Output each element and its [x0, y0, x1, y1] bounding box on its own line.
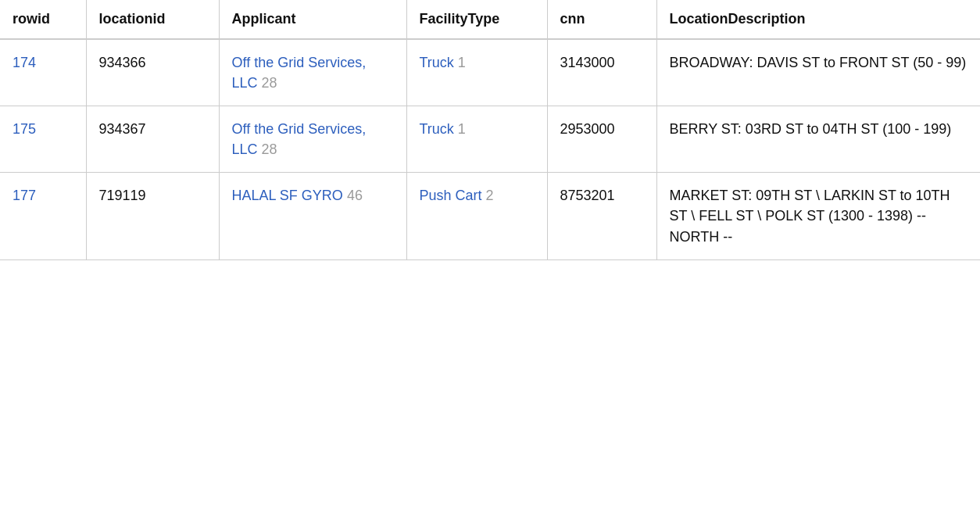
facilitytype-name[interactable]: Truck 1 — [420, 121, 466, 137]
cell-cnn: 2953000 — [547, 106, 656, 173]
facilitytype-name[interactable]: Push Cart 2 — [420, 188, 494, 203]
applicant-count: 28 — [262, 75, 277, 91]
col-header-applicant: Applicant — [219, 0, 406, 39]
cell-cnn: 3143000 — [547, 39, 656, 106]
rowid-value[interactable]: 175 — [13, 121, 36, 137]
cell-locationdescription: MARKET ST: 09TH ST \ LARKIN ST to 10TH S… — [656, 173, 980, 260]
rowid-value[interactable]: 177 — [13, 188, 36, 203]
applicant-count: 46 — [347, 188, 363, 203]
cell-locationid: 719119 — [86, 173, 219, 260]
applicant-name[interactable]: Off the Grid Services, LLC 28 — [232, 55, 367, 91]
cell-cnn: 8753201 — [547, 173, 656, 260]
applicant-name[interactable]: Off the Grid Services, LLC 28 — [232, 121, 367, 157]
table-row: 174934366Off the Grid Services, LLC 28Tr… — [0, 39, 980, 106]
table-row: 177719119HALAL SF GYRO 46Push Cart 28753… — [0, 173, 980, 260]
cell-rowid: 174 — [0, 39, 86, 106]
cell-locationid: 934366 — [86, 39, 219, 106]
table-row: 175934367Off the Grid Services, LLC 28Tr… — [0, 106, 980, 173]
applicant-name[interactable]: HALAL SF GYRO 46 — [232, 188, 363, 203]
facilitytype-name[interactable]: Truck 1 — [420, 55, 466, 70]
cell-locationdescription: BROADWAY: DAVIS ST to FRONT ST (50 - 99) — [656, 39, 980, 106]
cell-applicant: HALAL SF GYRO 46 — [219, 173, 406, 260]
data-table: rowid locationid Applicant FacilityType … — [0, 0, 980, 260]
col-header-cnn: cnn — [547, 0, 656, 39]
cell-applicant: Off the Grid Services, LLC 28 — [219, 106, 406, 173]
facilitytype-count: 1 — [458, 121, 466, 137]
data-table-wrapper: rowid locationid Applicant FacilityType … — [0, 0, 980, 519]
col-header-locationid: locationid — [86, 0, 219, 39]
cell-locationid: 934367 — [86, 106, 219, 173]
cell-facilitytype: Truck 1 — [406, 106, 547, 173]
col-header-rowid: rowid — [0, 0, 86, 39]
cell-rowid: 177 — [0, 173, 86, 260]
rowid-value[interactable]: 174 — [13, 55, 36, 70]
cell-facilitytype: Truck 1 — [406, 39, 547, 106]
facilitytype-count: 2 — [486, 188, 494, 203]
facilitytype-count: 1 — [458, 55, 466, 70]
cell-locationdescription: BERRY ST: 03RD ST to 04TH ST (100 - 199) — [656, 106, 980, 173]
table-header-row: rowid locationid Applicant FacilityType … — [0, 0, 980, 39]
cell-applicant: Off the Grid Services, LLC 28 — [219, 39, 406, 106]
col-header-locationdescription: LocationDescription — [656, 0, 980, 39]
col-header-facilitytype: FacilityType — [406, 0, 547, 39]
applicant-count: 28 — [262, 141, 277, 157]
cell-facilitytype: Push Cart 2 — [406, 173, 547, 260]
cell-rowid: 175 — [0, 106, 86, 173]
